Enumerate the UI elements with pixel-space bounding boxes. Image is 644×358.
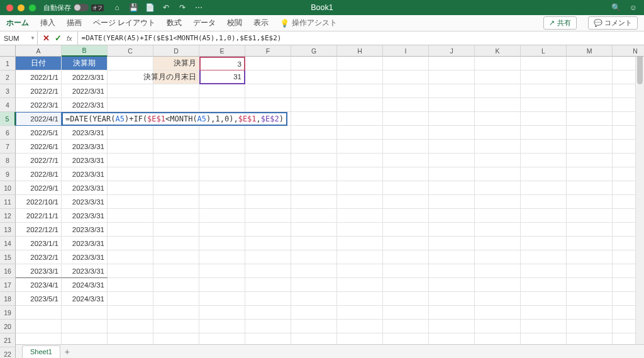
- cell-C7[interactable]: [108, 140, 153, 154]
- tab-review[interactable]: 校閲: [227, 18, 242, 28]
- row-header-11[interactable]: 11: [0, 195, 16, 209]
- row-header-21[interactable]: 21: [0, 333, 16, 347]
- col-header-F[interactable]: F: [245, 45, 291, 57]
- cell-L9[interactable]: [521, 167, 567, 181]
- cell-B9[interactable]: 2023/3/31: [62, 167, 108, 181]
- cell-K14[interactable]: [475, 237, 521, 250]
- cell-K6[interactable]: [475, 126, 521, 140]
- maximize-icon[interactable]: [29, 4, 36, 11]
- cell-F10[interactable]: [245, 181, 291, 195]
- cell-B12[interactable]: 2023/3/31: [62, 209, 108, 223]
- cell-H14[interactable]: [337, 237, 383, 250]
- cell-M14[interactable]: [567, 237, 613, 250]
- formula-input[interactable]: =DATE(YEAR(A5)+IF($E$1<MONTH(A5),1,0),$E…: [78, 34, 644, 42]
- cell-L20[interactable]: [521, 320, 567, 333]
- cell-H5[interactable]: [337, 112, 383, 126]
- cell-A18[interactable]: 2023/5/1: [16, 292, 62, 306]
- cell-E16[interactable]: [199, 264, 245, 278]
- tab-formulas[interactable]: 数式: [167, 18, 182, 28]
- cell-D6[interactable]: [153, 126, 199, 140]
- cell-J19[interactable]: [429, 306, 475, 320]
- select-all-corner[interactable]: [0, 45, 16, 57]
- cell-C3[interactable]: [108, 84, 153, 98]
- name-box[interactable]: SUM ▼: [0, 31, 38, 45]
- cell-D2[interactable]: 決算月の月末日: [153, 70, 199, 84]
- cell-J4[interactable]: [429, 98, 475, 112]
- cell-J1[interactable]: [429, 57, 475, 70]
- tab-draw[interactable]: 描画: [67, 18, 82, 28]
- cell-F8[interactable]: [245, 154, 291, 167]
- cell-F13[interactable]: [245, 223, 291, 237]
- col-header-G[interactable]: G: [291, 45, 337, 57]
- cell-H2[interactable]: [337, 70, 383, 84]
- cell-I7[interactable]: [383, 140, 429, 154]
- tab-data[interactable]: データ: [193, 18, 216, 28]
- cell-F3[interactable]: [245, 84, 291, 98]
- row-header-17[interactable]: 17: [0, 278, 16, 292]
- cell-E10[interactable]: [199, 181, 245, 195]
- cell-L18[interactable]: [521, 292, 567, 306]
- tab-page-layout[interactable]: ページ レイアウト: [93, 18, 155, 28]
- cell-L6[interactable]: [521, 126, 567, 140]
- cell-C1[interactable]: [108, 57, 153, 70]
- cell-I20[interactable]: [383, 320, 429, 333]
- cell-M19[interactable]: [567, 306, 613, 320]
- cell-J13[interactable]: [429, 223, 475, 237]
- cell-K2[interactable]: [475, 70, 521, 84]
- col-header-K[interactable]: K: [475, 45, 521, 57]
- cell-J12[interactable]: [429, 209, 475, 223]
- cell-F1[interactable]: [245, 57, 291, 70]
- cell-G17[interactable]: [291, 278, 337, 292]
- cell-C8[interactable]: [108, 154, 153, 167]
- cell-M13[interactable]: [567, 223, 613, 237]
- cell-A11[interactable]: 2022/10/1: [16, 195, 62, 209]
- cell-M7[interactable]: [567, 140, 613, 154]
- cell-E9[interactable]: [199, 167, 245, 181]
- cell-L19[interactable]: [521, 306, 567, 320]
- accept-icon[interactable]: ✓: [55, 33, 62, 43]
- cell-J11[interactable]: [429, 195, 475, 209]
- cell-H11[interactable]: [337, 195, 383, 209]
- cell-B1[interactable]: 決算期: [62, 57, 108, 70]
- chevron-down-icon[interactable]: ▼: [30, 35, 35, 41]
- autosave-toggle[interactable]: 自動保存 オフ: [43, 3, 104, 13]
- cell-G2[interactable]: [291, 70, 337, 84]
- cell-B20[interactable]: [62, 320, 108, 333]
- search-icon[interactable]: 🔍: [611, 3, 620, 12]
- cell-D7[interactable]: [153, 140, 199, 154]
- cell-L1[interactable]: [521, 57, 567, 70]
- cell-A16[interactable]: 2023/3/1: [16, 264, 62, 278]
- cell-I16[interactable]: [383, 264, 429, 278]
- cell-D20[interactable]: [153, 320, 199, 333]
- comment-button[interactable]: 💬 コメント: [588, 16, 638, 30]
- cell-C18[interactable]: [108, 292, 153, 306]
- cell-D18[interactable]: [153, 292, 199, 306]
- cell-B16[interactable]: 2023/3/31: [62, 264, 108, 278]
- row-header-18[interactable]: 18: [0, 292, 16, 306]
- cell-H9[interactable]: [337, 167, 383, 181]
- cell-D4[interactable]: [153, 98, 199, 112]
- cell-H7[interactable]: [337, 140, 383, 154]
- cell-A6[interactable]: 2022/5/1: [16, 126, 62, 140]
- add-sheet-button[interactable]: +: [62, 346, 73, 357]
- cell-editor[interactable]: =DATE(YEAR(A5)+IF($E$1<MONTH(A5),1,0),$E…: [62, 112, 287, 126]
- cell-K11[interactable]: [475, 195, 521, 209]
- cell-B19[interactable]: [62, 306, 108, 320]
- row-header-3[interactable]: 3: [0, 84, 16, 98]
- cell-B3[interactable]: 2022/3/31: [62, 84, 108, 98]
- cell-E8[interactable]: [199, 154, 245, 167]
- cell-H10[interactable]: [337, 181, 383, 195]
- col-header-J[interactable]: J: [429, 45, 475, 57]
- cell-H3[interactable]: [337, 84, 383, 98]
- vertical-scrollbar[interactable]: [635, 45, 644, 344]
- cell-C20[interactable]: [108, 320, 153, 333]
- cell-I12[interactable]: [383, 209, 429, 223]
- redo-icon[interactable]: ↷: [178, 3, 187, 12]
- cell-J5[interactable]: [429, 112, 475, 126]
- undo-icon[interactable]: ↶: [162, 3, 170, 12]
- cell-E20[interactable]: [199, 320, 245, 333]
- cell-L3[interactable]: [521, 84, 567, 98]
- col-header-D[interactable]: D: [153, 45, 199, 57]
- cell-J6[interactable]: [429, 126, 475, 140]
- cell-F19[interactable]: [245, 306, 291, 320]
